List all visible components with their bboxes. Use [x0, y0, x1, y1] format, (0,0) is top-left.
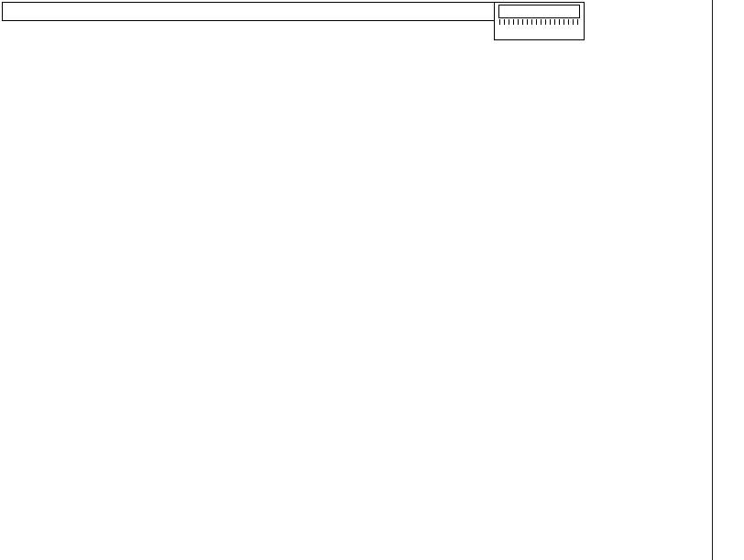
frequency-axis-margin	[712, 0, 744, 560]
colorbar-gradient	[498, 5, 580, 18]
window-title	[2, 2, 496, 21]
colorbar-legend	[494, 2, 585, 40]
spectrogram-monitor-screen	[0, 0, 744, 560]
spectrogram-canvas	[0, 0, 712, 560]
colorbar-labels	[498, 25, 582, 38]
